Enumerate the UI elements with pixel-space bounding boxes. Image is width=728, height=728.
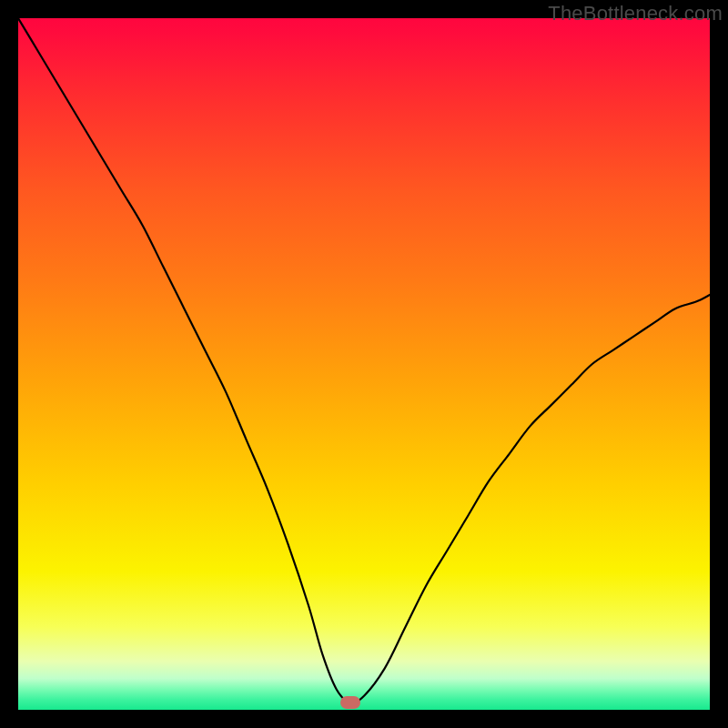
plot-area xyxy=(18,18,710,710)
watermark-text: TheBottleneck.com xyxy=(548,2,723,25)
bottleneck-curve xyxy=(18,18,710,710)
optimum-marker xyxy=(340,696,360,709)
chart-frame: TheBottleneck.com xyxy=(0,0,728,728)
